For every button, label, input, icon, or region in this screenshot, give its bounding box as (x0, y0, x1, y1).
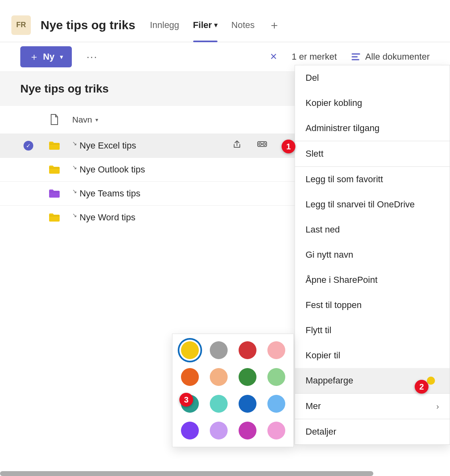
folder-name-label: Nye Outlook tips (80, 164, 145, 175)
annotation-badge-3: 3 (179, 393, 193, 407)
chevron-down-icon: ▾ (214, 21, 217, 29)
color-swatch[interactable] (181, 368, 199, 386)
menu-item[interactable]: Åpne i SharePoint (295, 267, 450, 293)
view-switcher-label: Alle dokumenter (365, 52, 430, 62)
folder-icon (46, 165, 62, 174)
file-type-column-icon[interactable] (46, 114, 62, 125)
row-name[interactable]: ↘Nye Excel tips (72, 140, 136, 151)
menu-item[interactable]: Kopier til (295, 343, 450, 368)
menu-item-label: Detaljer (306, 426, 336, 437)
menu-item-label: Gi nytt navn (306, 250, 353, 260)
channel-header: FR Nye tips og triks Innlegg Filer ▾ Not… (0, 0, 450, 42)
color-swatch[interactable] (181, 341, 199, 359)
color-swatch[interactable] (210, 368, 228, 386)
color-swatch[interactable] (267, 368, 285, 386)
menu-item-label: Administrer tilgang (306, 123, 379, 134)
horizontal-scrollbar[interactable] (0, 471, 373, 476)
menu-item-label: Slett (306, 149, 323, 159)
folder-name-label: Nye Word tips (80, 212, 136, 223)
channel-title: Nye tips og triks (41, 18, 135, 32)
annotation-badge-1: 1 (282, 140, 295, 153)
tab-files[interactable]: Filer ▾ (193, 8, 217, 42)
folder-name-label: Nye Teams tips (80, 188, 140, 199)
annotation-badge-2: 2 (415, 380, 428, 394)
tab-notes[interactable]: Notes (231, 8, 254, 42)
menu-item[interactable]: Mer› (295, 394, 450, 419)
color-swatch[interactable] (239, 341, 256, 359)
folder-icon (46, 189, 62, 198)
shortcut-icon: ↘ (72, 164, 77, 170)
menu-item-label: Legg til som favoritt (306, 174, 383, 185)
menu-item-label: Last ned (306, 224, 340, 235)
checkmark-icon: ✓ (24, 141, 33, 151)
color-swatch[interactable] (239, 395, 256, 413)
chevron-right-icon: › (436, 402, 439, 411)
row-selection[interactable]: ✓ (20, 141, 37, 151)
list-view-icon (351, 53, 360, 60)
avatar: FR (11, 15, 31, 35)
menu-item-label: Mer (306, 401, 321, 411)
menu-item[interactable]: Kopier kobling (295, 90, 450, 116)
menu-item[interactable]: Del (295, 65, 450, 90)
shortcut-icon: ↘ (72, 140, 77, 146)
menu-item-label: Kopier til (306, 350, 340, 361)
menu-item-label: Legg til snarvei til OneDrive (306, 199, 415, 210)
color-swatch[interactable] (267, 422, 285, 439)
menu-item[interactable]: Slett (295, 141, 450, 166)
color-swatch[interactable] (267, 341, 285, 359)
folder-name-label: Nye Excel tips (80, 140, 136, 151)
name-column-header[interactable]: Navn ▾ (72, 115, 98, 125)
color-swatch[interactable] (267, 395, 285, 413)
add-tab-button[interactable]: ＋ (269, 17, 280, 33)
row-name[interactable]: ↘Nye Teams tips (72, 188, 140, 199)
plus-icon: ＋ (29, 50, 39, 63)
menu-item[interactable]: Administrer tilgang (295, 116, 450, 141)
menu-item-label: Flytt til (306, 325, 332, 336)
menu-item[interactable]: Flytt til (295, 318, 450, 343)
chevron-down-icon: ▾ (60, 54, 63, 60)
selection-count: 1 er merket (292, 52, 337, 62)
menu-item-label: Fest til toppen (306, 300, 362, 310)
chevron-down-icon: ▾ (95, 116, 98, 123)
share-icon[interactable] (233, 140, 242, 151)
shortcut-icon: ↘ (72, 212, 77, 218)
color-swatch[interactable] (210, 341, 228, 359)
menu-item-label: Mappefarge (306, 375, 353, 386)
shortcut-icon: ↘ (72, 188, 77, 194)
svg-point-2 (263, 143, 265, 145)
tab-label: Innlegg (150, 20, 179, 30)
tab-label: Filer (193, 20, 212, 30)
menu-item-label: Kopier kobling (306, 98, 362, 108)
svg-point-1 (259, 143, 261, 145)
menu-item-label: Del (306, 73, 319, 83)
menu-item[interactable]: Gi nytt navn (295, 242, 450, 267)
folder-icon (46, 141, 62, 151)
new-button-label: Ny (43, 52, 54, 62)
new-button[interactable]: ＋ Ny ▾ (20, 46, 72, 67)
clear-selection-button[interactable]: ✕ (270, 52, 277, 62)
link-icon[interactable] (257, 140, 267, 151)
row-name[interactable]: ↘Nye Word tips (72, 212, 136, 223)
color-swatch[interactable] (210, 395, 228, 413)
menu-item[interactable]: Fest til toppen (295, 293, 450, 318)
menu-item-label: Åpne i SharePoint (306, 275, 377, 285)
row-name[interactable]: ↘Nye Outlook tips (72, 164, 145, 175)
color-swatch[interactable] (210, 422, 228, 439)
color-swatch[interactable] (239, 422, 256, 439)
folder-icon (46, 213, 62, 222)
color-swatch[interactable] (239, 368, 256, 386)
menu-item[interactable]: Legg til snarvei til OneDrive (295, 192, 450, 217)
menu-item[interactable]: Detaljer (295, 419, 450, 444)
menu-item[interactable]: Last ned (295, 217, 450, 242)
name-column-label: Navn (72, 115, 92, 125)
menu-item[interactable]: Legg til som favoritt (295, 167, 450, 192)
view-switcher[interactable]: Alle dokumenter (351, 52, 430, 62)
color-swatch[interactable] (181, 422, 199, 439)
more-actions-button[interactable]: ··· (86, 51, 98, 63)
color-picker-flyout (172, 334, 294, 447)
tab-posts[interactable]: Innlegg (150, 8, 179, 42)
tab-strip: Innlegg Filer ▾ Notes ＋ (150, 8, 280, 42)
tab-label: Notes (231, 20, 254, 30)
color-indicator-dot (427, 377, 435, 385)
